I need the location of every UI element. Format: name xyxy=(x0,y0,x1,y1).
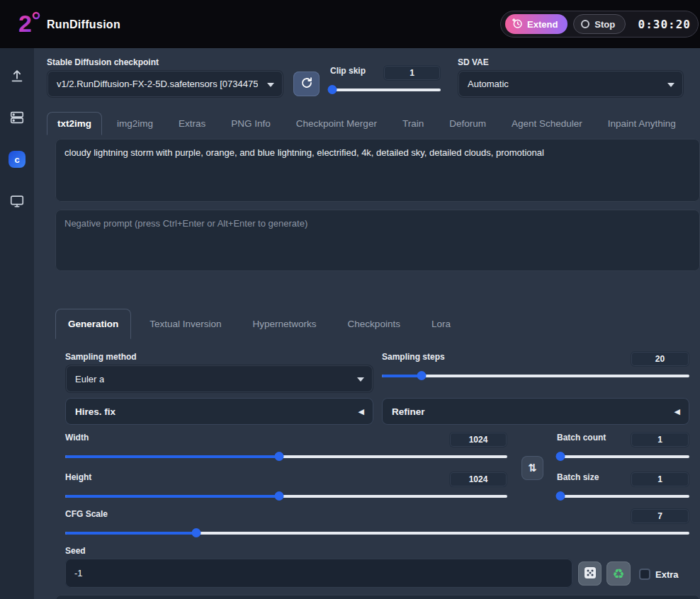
cfg-scale-label: CFG Scale xyxy=(65,509,108,519)
subtab-generation[interactable]: Generation xyxy=(55,309,131,339)
stop-button[interactable]: Stop xyxy=(573,14,626,34)
sd-vae-label: SD VAE xyxy=(458,57,489,67)
checkpoint-value: v1/2.RunDiffusion-FX-2-5D.safetensors [0… xyxy=(57,79,258,89)
refiner-accordion[interactable]: Refiner ◀ xyxy=(382,398,689,425)
clip-skip-value[interactable]: 1 xyxy=(383,65,441,81)
next-section-panel[interactable] xyxy=(55,595,700,599)
chevron-down-icon xyxy=(667,83,674,87)
clip-skip-slider[interactable] xyxy=(330,85,441,94)
tab-extras[interactable]: Extras xyxy=(168,112,216,135)
monitor-icon[interactable] xyxy=(8,192,26,210)
main-tabs: txt2img img2img Extras PNG Info Checkpoi… xyxy=(47,112,687,135)
clip-skip-label: Clip skip xyxy=(330,66,366,76)
sd-vae-value: Automatic xyxy=(468,79,509,89)
refresh-checkpoint-button[interactable] xyxy=(293,72,320,96)
subtab-hypernetworks[interactable]: Hypernetworks xyxy=(240,309,329,339)
chevron-down-icon xyxy=(357,377,364,382)
checkpoint-label: Stable Diffusion checkpoint xyxy=(47,57,159,67)
batch-count-label: Batch count xyxy=(557,433,606,443)
recycle-icon: ♻ xyxy=(612,567,624,581)
prompt-textarea[interactable]: cloudy lightning storm with purple, oran… xyxy=(55,139,700,202)
sampling-steps-slider[interactable] xyxy=(382,371,689,380)
batch-count-slider[interactable] xyxy=(557,452,689,461)
dice-icon xyxy=(583,566,597,582)
tab-train[interactable]: Train xyxy=(392,112,434,135)
tab-img2img[interactable]: img2img xyxy=(106,112,164,135)
height-value[interactable]: 1024 xyxy=(449,472,507,487)
stop-label: Stop xyxy=(594,19,615,30)
height-slider[interactable] xyxy=(65,491,507,501)
slider-track[interactable] xyxy=(557,495,689,498)
hires-fix-label: Hires. fix xyxy=(75,406,115,417)
slider-track[interactable] xyxy=(330,89,441,91)
batch-count-value[interactable]: 1 xyxy=(631,432,689,447)
slider-fill xyxy=(382,375,422,377)
slider-fill xyxy=(65,532,196,535)
swap-dimensions-button[interactable]: ⇅ xyxy=(521,456,543,480)
sampling-method-label: Sampling method xyxy=(65,352,137,362)
slider-handle[interactable] xyxy=(328,85,337,94)
sampling-steps-label: Sampling steps xyxy=(382,352,445,362)
tab-checkpoint-merger[interactable]: Checkpoint Merger xyxy=(286,112,388,135)
batch-size-value[interactable]: 1 xyxy=(631,472,689,487)
rundiffusion-logo-icon: 2 xyxy=(17,8,41,41)
slider-handle[interactable] xyxy=(192,528,201,537)
extra-seed-checkbox[interactable] xyxy=(639,569,650,580)
width-value[interactable]: 1024 xyxy=(449,432,507,447)
tab-deforum[interactable]: Deforum xyxy=(439,112,497,135)
session-controls: Extend Stop 0:30:20 xyxy=(500,11,699,38)
c-badge-letter: c xyxy=(9,151,26,168)
app-root: 2 RunDiffusion Extend Stop xyxy=(0,0,700,599)
subtab-lora[interactable]: Lora xyxy=(419,309,463,339)
tab-inpaint-anything[interactable]: Inpaint Anything xyxy=(597,112,687,135)
extend-button[interactable]: Extend xyxy=(505,14,568,34)
sd-vae-select[interactable]: Automatic xyxy=(458,70,684,98)
slider-track[interactable] xyxy=(557,455,689,458)
slider-handle[interactable] xyxy=(417,371,427,380)
subtab-checkpoints[interactable]: Checkpoints xyxy=(335,309,413,339)
cfg-scale-value[interactable]: 7 xyxy=(631,508,689,524)
accordion-collapsed-icon: ◀ xyxy=(674,407,680,416)
extra-seed-label: Extra xyxy=(655,569,679,580)
seed-input[interactable] xyxy=(65,559,572,588)
cloud-c-icon[interactable]: c xyxy=(8,150,26,169)
slider-fill xyxy=(65,495,279,498)
tab-agent-scheduler[interactable]: Agent Scheduler xyxy=(501,112,593,135)
tab-png-info[interactable]: PNG Info xyxy=(220,112,281,135)
refresh-icon xyxy=(300,76,313,91)
slider-handle[interactable] xyxy=(275,452,284,461)
sampling-method-value: Euler a xyxy=(75,374,104,384)
reuse-seed-button[interactable]: ♻ xyxy=(606,561,631,586)
width-slider[interactable] xyxy=(65,452,507,461)
generation-subtabs: Generation Textual Inversion Hypernetwor… xyxy=(55,309,463,339)
svg-text:2: 2 xyxy=(18,10,32,37)
batch-size-slider[interactable] xyxy=(557,491,689,501)
server-icon[interactable] xyxy=(8,108,26,127)
negative-prompt-textarea[interactable] xyxy=(55,210,700,271)
refiner-label: Refiner xyxy=(392,406,425,417)
left-sidebar: c xyxy=(0,48,34,599)
brand-logo: 2 RunDiffusion xyxy=(17,8,120,41)
subtab-textual-inversion[interactable]: Textual Inversion xyxy=(137,309,234,339)
hires-fix-accordion[interactable]: Hires. fix ◀ xyxy=(65,398,373,425)
brand-name: RunDiffusion xyxy=(47,18,120,31)
chevron-down-icon xyxy=(267,83,274,87)
extend-label: Extend xyxy=(527,19,558,30)
tab-txt2img[interactable]: txt2img xyxy=(47,112,102,135)
cfg-scale-slider[interactable] xyxy=(65,528,689,537)
clock-plus-icon xyxy=(512,18,523,31)
sampling-steps-value[interactable]: 20 xyxy=(631,351,689,367)
upload-icon[interactable] xyxy=(8,67,26,85)
height-label: Height xyxy=(65,472,91,482)
checkpoint-select[interactable]: v1/2.RunDiffusion-FX-2-5D.safetensors [0… xyxy=(47,70,283,98)
top-header: 2 RunDiffusion Extend Stop xyxy=(0,0,700,48)
slider-handle[interactable] xyxy=(555,452,565,461)
width-label: Width xyxy=(65,433,89,443)
slider-fill xyxy=(65,455,279,458)
seed-label: Seed xyxy=(65,546,86,556)
slider-handle[interactable] xyxy=(275,491,284,501)
slider-handle[interactable] xyxy=(555,491,565,501)
sampling-method-select[interactable]: Euler a xyxy=(65,365,373,393)
random-seed-button[interactable] xyxy=(578,561,602,586)
slider-track[interactable] xyxy=(382,375,689,377)
